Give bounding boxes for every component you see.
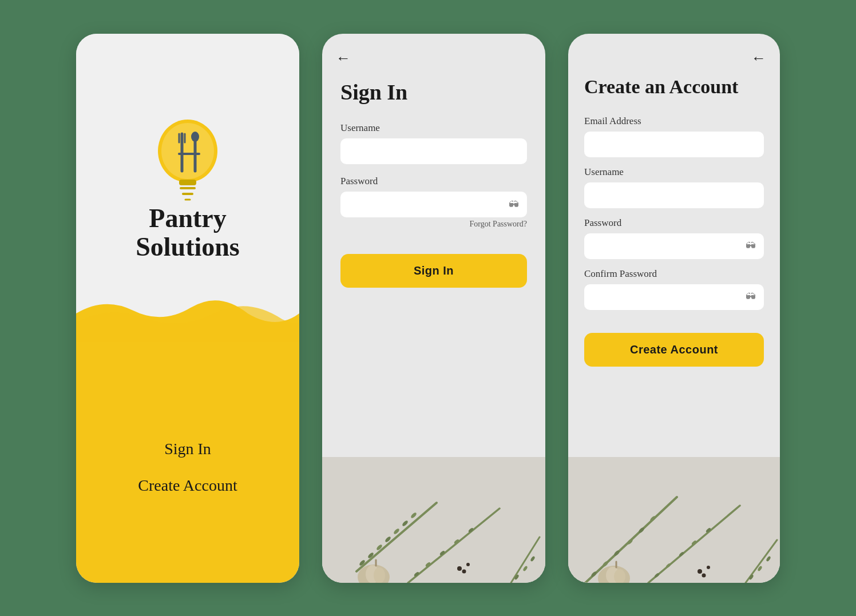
- svg-point-32: [457, 566, 462, 571]
- username-group: Username: [340, 122, 527, 164]
- herb-svg: [322, 457, 545, 583]
- svg-point-57: [698, 569, 702, 574]
- signin-button[interactable]: Sign In: [340, 254, 527, 288]
- create-password-input[interactable]: [584, 233, 764, 259]
- create-account-button[interactable]: Create Account: [584, 333, 764, 367]
- create-header: ←: [568, 34, 780, 67]
- confirm-password-input-wrap: 🕶: [584, 284, 764, 310]
- create-password-input-wrap: 🕶: [584, 233, 764, 259]
- create-account-screen: ← Create an Account Email Address Userna…: [568, 34, 780, 583]
- password-group: Password 🕶 Forgot Password?: [340, 176, 527, 229]
- confirm-password-input[interactable]: [584, 284, 764, 310]
- signin-form: Sign In Username Password 🕶 Forgot Passw…: [322, 67, 545, 457]
- forgot-password-link[interactable]: Forgot Password?: [340, 220, 527, 229]
- create-back-button[interactable]: ←: [751, 50, 766, 67]
- wave-divider: [76, 296, 299, 342]
- create-username-label: Username: [584, 166, 764, 178]
- svg-point-59: [702, 573, 706, 577]
- svg-rect-9: [179, 180, 196, 185]
- password-label: Password: [340, 176, 527, 187]
- create-username-group: Username: [584, 166, 764, 208]
- signin-herb-decoration: [322, 457, 545, 583]
- create-herb-svg: [568, 457, 780, 583]
- signin-header: ←: [322, 34, 545, 67]
- signin-screen: ← Sign In Username Password 🕶 Forgot Pas…: [322, 34, 545, 583]
- svg-point-6: [191, 132, 199, 142]
- username-label: Username: [340, 122, 527, 134]
- app-logo: [142, 108, 233, 200]
- username-input-wrap: [340, 138, 527, 164]
- email-input[interactable]: [584, 132, 764, 157]
- create-herb-decoration: [568, 457, 780, 583]
- confirm-password-label: Confirm Password: [584, 268, 764, 280]
- svg-point-58: [707, 566, 710, 569]
- splash-screen: Pantry Solutions Sign In Create Account: [76, 34, 299, 583]
- create-title: Create an Account: [584, 76, 764, 97]
- signin-back-button[interactable]: ←: [336, 50, 351, 67]
- splash-bottom-section: Sign In Create Account: [76, 341, 299, 582]
- create-password-toggle-icon[interactable]: 🕶: [746, 240, 756, 252]
- username-input[interactable]: [340, 138, 527, 164]
- svg-rect-13: [322, 457, 545, 583]
- password-toggle-icon[interactable]: 🕶: [509, 198, 519, 210]
- app-title: Pantry Solutions: [136, 204, 240, 262]
- password-input-wrap: 🕶: [340, 192, 527, 217]
- email-input-wrap: [584, 132, 764, 157]
- splash-signin-link[interactable]: Sign In: [164, 440, 211, 458]
- email-label: Email Address: [584, 116, 764, 127]
- create-username-input[interactable]: [584, 182, 764, 208]
- create-password-label: Password: [584, 217, 764, 229]
- svg-point-33: [466, 563, 470, 566]
- confirm-password-group: Confirm Password 🕶: [584, 268, 764, 310]
- email-group: Email Address: [584, 116, 764, 157]
- signin-title: Sign In: [340, 81, 527, 105]
- splash-top-section: Pantry Solutions: [76, 34, 299, 341]
- svg-point-1: [161, 123, 214, 179]
- splash-create-link[interactable]: Create Account: [138, 476, 237, 495]
- confirm-password-toggle-icon[interactable]: 🕶: [746, 291, 756, 303]
- svg-rect-39: [568, 457, 780, 583]
- password-input[interactable]: [340, 192, 527, 217]
- svg-point-34: [462, 569, 466, 573]
- create-password-group: Password 🕶: [584, 217, 764, 259]
- svg-point-30: [374, 567, 385, 583]
- create-username-input-wrap: [584, 182, 764, 208]
- create-form: Create an Account Email Address Username…: [568, 67, 780, 457]
